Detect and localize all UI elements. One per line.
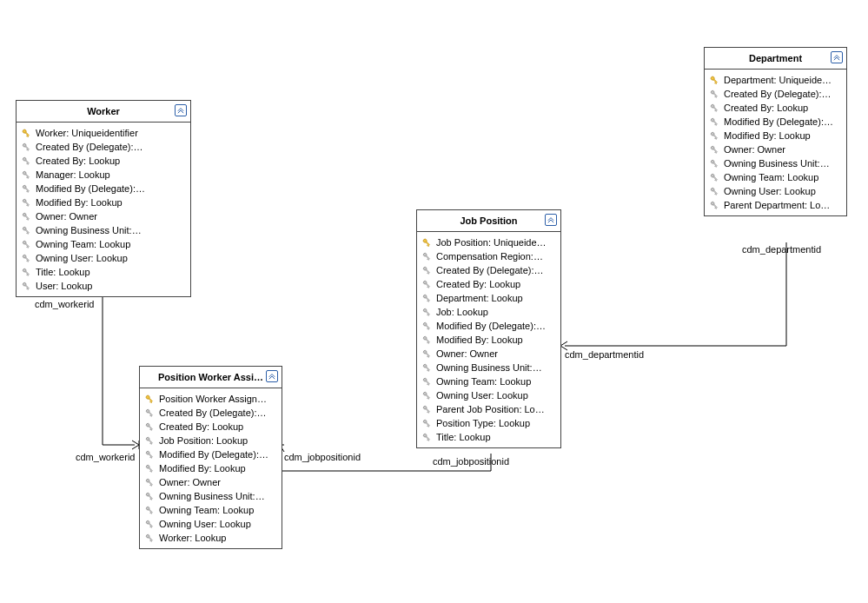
- attribute-row[interactable]: Owner: Owner: [142, 475, 280, 489]
- attribute-row[interactable]: Modified By (Delegate):…: [18, 182, 189, 195]
- collapse-icon[interactable]: [545, 214, 557, 226]
- attribute-row[interactable]: Owning Team: Lookup: [142, 503, 280, 517]
- lookup-key-icon: [708, 129, 720, 142]
- attribute-row[interactable]: Modified By: Lookup: [419, 333, 559, 347]
- attribute-row[interactable]: Compensation Region:…: [419, 249, 559, 263]
- rel-label-pwa-workerid: cdm_workerid: [76, 452, 135, 462]
- lookup-key-icon: [708, 171, 720, 183]
- attribute-row[interactable]: Owning Business Unit:…: [18, 223, 189, 237]
- primary-key-icon: [421, 236, 433, 248]
- lookup-key-icon: [421, 306, 433, 318]
- attribute-row[interactable]: Owner: Owner: [419, 347, 559, 361]
- attribute-row[interactable]: Created By (Delegate):…: [419, 263, 559, 277]
- entity-header[interactable]: Worker: [17, 101, 190, 123]
- attribute-row[interactable]: Owning User: Lookup: [18, 251, 189, 265]
- primary-key-icon: [143, 393, 156, 405]
- attribute-row[interactable]: Owning Business Unit:…: [142, 489, 280, 503]
- attribute-row[interactable]: Owner: Owner: [18, 209, 189, 223]
- attribute-text: Title: Lookup: [436, 432, 491, 442]
- entity-header[interactable]: Department: [705, 48, 846, 70]
- attribute-text: Department: Lookup: [436, 293, 523, 303]
- attribute-text: Worker: Uniqueidentifier: [36, 128, 138, 138]
- lookup-key-icon: [708, 143, 720, 156]
- attribute-row[interactable]: Created By: Lookup: [18, 154, 189, 168]
- attribute-row[interactable]: Owning User: Lookup: [706, 184, 845, 198]
- attribute-row[interactable]: Position Worker Assign…: [142, 392, 280, 406]
- attribute-row[interactable]: Owning User: Lookup: [419, 388, 559, 402]
- attribute-text: Created By: Lookup: [436, 279, 520, 289]
- attribute-row[interactable]: Created By: Lookup: [706, 101, 845, 115]
- lookup-key-icon: [421, 250, 433, 262]
- lookup-key-icon: [20, 280, 32, 292]
- attribute-text: Owning Team: Lookup: [36, 239, 130, 249]
- attribute-row[interactable]: Modified By (Delegate):…: [142, 447, 280, 461]
- attribute-row[interactable]: Department: Lookup: [419, 291, 559, 305]
- attribute-text: Job Position: Uniqueide…: [436, 237, 547, 248]
- attribute-text: Owner: Owner: [159, 477, 221, 487]
- attribute-text: Owning User: Lookup: [36, 253, 128, 263]
- entity-header[interactable]: Job Position: [417, 210, 560, 232]
- attribute-text: Created By (Delegate):…: [724, 89, 832, 99]
- attribute-row[interactable]: Modified By (Delegate):…: [419, 319, 559, 333]
- attribute-row[interactable]: Modified By: Lookup: [142, 461, 280, 475]
- entity-worker[interactable]: Worker Worker: UniqueidentifierCreated B…: [16, 100, 191, 297]
- attribute-row[interactable]: User: Lookup: [18, 279, 189, 293]
- rel-label-dept-out: cdm_departmentid: [742, 244, 821, 255]
- attribute-text: Position Type: Lookup: [436, 418, 530, 428]
- lookup-key-icon: [421, 320, 433, 332]
- attribute-row[interactable]: Created By (Delegate):…: [18, 140, 189, 154]
- attribute-row[interactable]: Parent Job Position: Lo…: [419, 402, 559, 416]
- attribute-text: Manager: Lookup: [36, 169, 110, 180]
- attribute-text: Owner: Owner: [436, 348, 498, 359]
- attribute-row[interactable]: Parent Department: Lo…: [706, 198, 845, 212]
- attribute-row[interactable]: Created By: Lookup: [142, 420, 280, 434]
- attribute-row[interactable]: Worker: Uniqueidentifier: [18, 126, 189, 140]
- entity-header[interactable]: Position Worker Assi…: [140, 367, 282, 388]
- attribute-row[interactable]: Position Type: Lookup: [419, 416, 559, 430]
- attribute-row[interactable]: Owning Team: Lookup: [419, 374, 559, 388]
- collapse-icon[interactable]: [266, 370, 278, 382]
- attribute-row[interactable]: Created By (Delegate):…: [706, 87, 845, 101]
- attribute-row[interactable]: Modified By: Lookup: [706, 129, 845, 142]
- attribute-row[interactable]: Owning Business Unit:…: [419, 361, 559, 374]
- attribute-row[interactable]: Department: Uniqueide…: [706, 73, 845, 87]
- attribute-row[interactable]: Owning Team: Lookup: [706, 170, 845, 184]
- entity-job-position[interactable]: Job Position Job Position: Uniqueide…Com…: [416, 209, 561, 448]
- attribute-text: Created By (Delegate):…: [436, 265, 544, 275]
- attribute-row[interactable]: Created By (Delegate):…: [142, 406, 280, 420]
- rel-label-worker-out: cdm_workerid: [35, 299, 94, 309]
- lookup-key-icon: [421, 278, 433, 290]
- attribute-row[interactable]: Worker: Lookup: [142, 531, 280, 545]
- lookup-key-icon: [421, 348, 433, 360]
- attribute-row[interactable]: Owning User: Lookup: [142, 517, 280, 531]
- attribute-row[interactable]: Job: Lookup: [419, 305, 559, 319]
- attribute-row[interactable]: Manager: Lookup: [18, 168, 189, 182]
- attribute-text: Owner: Owner: [36, 211, 97, 222]
- collapse-icon[interactable]: [831, 51, 843, 63]
- entity-department[interactable]: Department Department: Uniqueide…Created…: [704, 47, 847, 216]
- attribute-row[interactable]: Owner: Owner: [706, 142, 845, 156]
- attribute-row[interactable]: Title: Lookup: [18, 265, 189, 279]
- attribute-row[interactable]: Title: Lookup: [419, 430, 559, 444]
- lookup-key-icon: [421, 264, 433, 276]
- attribute-row[interactable]: Created By: Lookup: [419, 277, 559, 291]
- attribute-text: Owner: Owner: [724, 144, 785, 155]
- attribute-row[interactable]: Job Position: Uniqueide…: [419, 235, 559, 249]
- attribute-row[interactable]: Job Position: Lookup: [142, 434, 280, 447]
- lookup-key-icon: [20, 224, 32, 236]
- attribute-text: Title: Lookup: [36, 267, 90, 277]
- lookup-key-icon: [143, 462, 156, 474]
- attribute-text: Position Worker Assign…: [159, 394, 267, 404]
- attribute-text: Created By: Lookup: [724, 103, 808, 113]
- attr-list: Worker: UniqueidentifierCreated By (Dele…: [17, 123, 190, 296]
- attribute-row[interactable]: Modified By: Lookup: [18, 195, 189, 209]
- attribute-row[interactable]: Modified By (Delegate):…: [706, 115, 845, 129]
- attribute-row[interactable]: Owning Team: Lookup: [18, 237, 189, 251]
- attribute-text: Owning Business Unit:…: [36, 225, 142, 235]
- entity-position-worker-assignment[interactable]: Position Worker Assi… Position Worker As…: [139, 366, 282, 549]
- attribute-row[interactable]: Owning Business Unit:…: [706, 156, 845, 170]
- attribute-text: Job: Lookup: [436, 307, 488, 317]
- lookup-key-icon: [421, 361, 433, 374]
- attribute-text: Modified By (Delegate):…: [36, 183, 145, 194]
- collapse-icon[interactable]: [175, 104, 187, 116]
